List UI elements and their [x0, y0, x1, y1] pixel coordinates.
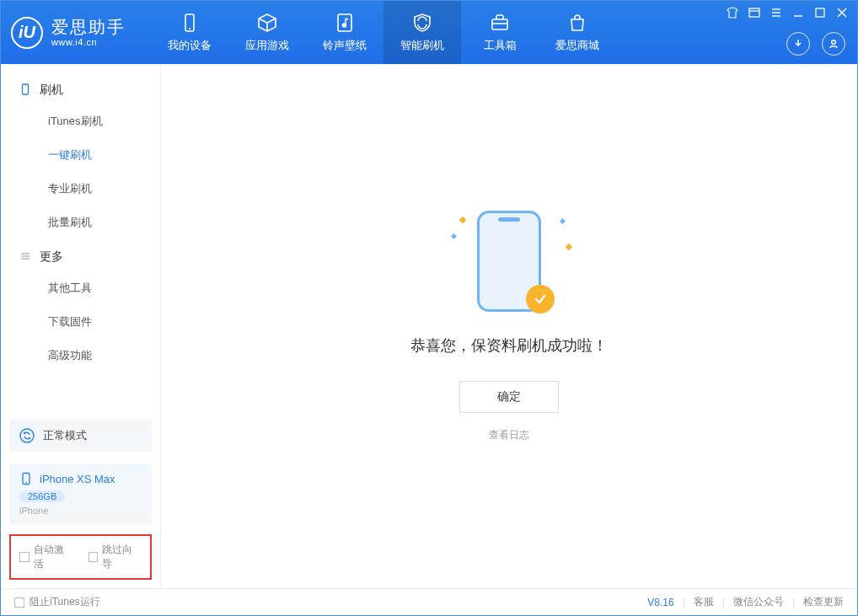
window-controls	[726, 6, 849, 19]
sidebar-item[interactable]: 一键刷机	[1, 138, 160, 172]
success-illustration	[458, 211, 560, 312]
options-row: 自动激活 跳过向导	[9, 534, 152, 580]
svg-rect-6	[816, 8, 824, 17]
svg-point-13	[25, 482, 27, 484]
svg-point-3	[343, 24, 346, 27]
nav-tab-label: 智能刷机	[400, 38, 444, 53]
svg-point-10	[24, 432, 25, 434]
menu-icon[interactable]	[748, 6, 761, 19]
success-message: 恭喜您，保资料刷机成功啦！	[410, 335, 608, 356]
svg-point-1	[189, 28, 190, 29]
cube-icon	[256, 12, 278, 34]
status-link-support[interactable]: 客服	[694, 595, 714, 609]
device-type: iPhone	[19, 506, 48, 516]
check-badge-icon	[526, 285, 555, 313]
svg-rect-4	[492, 19, 507, 29]
close-button[interactable]	[835, 6, 849, 19]
block-itunes-checkbox[interactable]: 阻止iTunes运行	[14, 595, 100, 609]
nav-tab-toolbox[interactable]: 工具箱	[461, 1, 539, 64]
main-content: 恭喜您，保资料刷机成功啦！ 确定 查看日志	[161, 64, 857, 588]
nav-tab-cube[interactable]: 应用游戏	[228, 1, 306, 64]
statusbar: 阻止iTunes运行 V8.16 | 客服 | 微信公众号 | 检查更新	[1, 588, 857, 615]
download-button[interactable]	[786, 32, 810, 56]
nav-tab-shield[interactable]: 智能刷机	[383, 1, 461, 64]
device-info-panel[interactable]: iPhone XS Max 256GB iPhone	[9, 463, 152, 524]
status-link-wechat[interactable]: 微信公众号	[733, 595, 784, 609]
svg-rect-8	[23, 84, 29, 94]
device-mode-panel[interactable]: 正常模式	[9, 420, 152, 452]
sync-icon	[19, 428, 35, 443]
block-itunes-label: 阻止iTunes运行	[29, 595, 100, 609]
body: 刷机iTunes刷机一键刷机专业刷机批量刷机更多其他工具下载固件高级功能 正常模…	[1, 64, 857, 588]
svg-point-9	[20, 429, 34, 442]
nav-tabs: 我的设备应用游戏铃声壁纸智能刷机工具箱爱思商城	[151, 1, 616, 64]
auto-activate-label: 自动激活	[34, 543, 73, 571]
nav-tab-shop[interactable]: 爱思商城	[539, 1, 616, 64]
sidebar-item[interactable]: 批量刷机	[1, 206, 160, 239]
app-url: www.i4.cn	[51, 37, 126, 48]
logo-text: 爱思助手 www.i4.cn	[51, 18, 126, 48]
nav-tab-label: 应用游戏	[245, 38, 289, 53]
phone-icon	[19, 83, 31, 95]
svg-rect-2	[338, 14, 351, 31]
sidebar-group-0: 刷机	[1, 72, 160, 104]
auto-activate-checkbox[interactable]: 自动激活	[19, 543, 73, 571]
nav-tab-label: 我的设备	[168, 38, 212, 53]
sidebar-item[interactable]: 专业刷机	[1, 172, 160, 206]
nav-tab-music[interactable]: 铃声壁纸	[306, 1, 383, 64]
maximize-button[interactable]	[813, 6, 827, 19]
app-window: iU 爱思助手 www.i4.cn 我的设备应用游戏铃声壁纸智能刷机工具箱爱思商…	[0, 0, 858, 616]
list-icon[interactable]	[770, 6, 783, 19]
device-name: iPhone XS Max	[40, 473, 115, 485]
sidebar-item[interactable]: 其他工具	[1, 271, 160, 305]
sidebar-group-title: 刷机	[40, 83, 63, 98]
ok-button[interactable]: 确定	[459, 381, 559, 413]
nav-tab-label: 铃声壁纸	[323, 38, 367, 53]
sidebar-list: 刷机iTunes刷机一键刷机专业刷机批量刷机更多其他工具下载固件高级功能	[1, 64, 160, 413]
music-icon	[334, 12, 356, 34]
status-right: V8.16 | 客服 | 微信公众号 | 检查更新	[647, 595, 844, 609]
sidebar: 刷机iTunes刷机一键刷机专业刷机批量刷机更多其他工具下载固件高级功能 正常模…	[1, 64, 161, 588]
phone-icon	[19, 472, 33, 485]
sidebar-item[interactable]: 下载固件	[1, 305, 160, 339]
sidebar-group-title: 更多	[40, 249, 63, 265]
logo: iU 爱思助手 www.i4.cn	[11, 17, 126, 49]
title-actions	[786, 32, 845, 56]
skip-guide-label: 跳过向导	[102, 543, 142, 571]
minimize-button[interactable]	[791, 6, 805, 19]
toolbox-icon	[489, 12, 511, 34]
titlebar: iU 爱思助手 www.i4.cn 我的设备应用游戏铃声壁纸智能刷机工具箱爱思商…	[1, 1, 857, 64]
device-name-row: iPhone XS Max	[19, 472, 115, 485]
shop-icon	[566, 12, 588, 34]
svg-rect-5	[749, 8, 759, 17]
sidebar-item[interactable]: 高级功能	[1, 339, 160, 372]
view-log-link[interactable]: 查看日志	[489, 428, 529, 442]
device-icon	[179, 12, 201, 34]
nav-tab-label: 爱思商城	[555, 38, 599, 53]
nav-tab-label: 工具箱	[484, 38, 517, 53]
sidebar-item[interactable]: iTunes刷机	[1, 104, 160, 138]
app-name: 爱思助手	[51, 18, 126, 37]
sidebar-group-1: 更多	[1, 239, 160, 271]
nav-tab-device[interactable]: 我的设备	[151, 1, 228, 64]
logo-icon: iU	[11, 17, 43, 49]
status-link-update[interactable]: 检查更新	[803, 595, 844, 609]
user-button[interactable]	[822, 32, 845, 56]
version-label: V8.16	[647, 597, 673, 608]
svg-point-7	[832, 40, 836, 45]
svg-point-11	[29, 437, 30, 439]
device-mode-label: 正常模式	[43, 428, 87, 443]
shirt-icon[interactable]	[726, 6, 739, 19]
device-capacity: 256GB	[19, 490, 65, 502]
shield-icon	[411, 12, 433, 34]
menu-lines-icon	[19, 250, 31, 262]
skip-guide-checkbox[interactable]: 跳过向导	[88, 543, 142, 571]
